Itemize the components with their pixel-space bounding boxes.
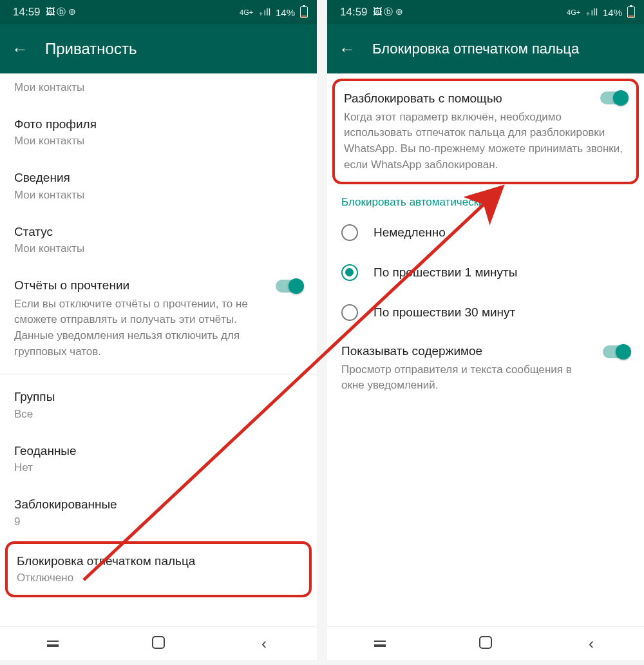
radio-after-30-min[interactable]: По прошествии 30 минут [327, 293, 644, 332]
setting-label: Показывать содержимое [341, 343, 592, 360]
setting-value: Мои контакты [14, 80, 303, 95]
status-bar: 14:59 🖼 ⓑ ⊚ 4G+ ₊ıll 14% [327, 0, 644, 24]
setting-description: Если вы отключите отчёты о прочтении, то… [14, 296, 265, 360]
setting-status[interactable]: Статус Мои контакты [0, 213, 317, 267]
setting-value: Мои контакты [14, 188, 303, 203]
status-notif-icons: 🖼 ⓑ ⊚ [373, 6, 404, 18]
nav-recents-button[interactable] [370, 638, 390, 650]
setting-label: Сведения [14, 169, 303, 186]
setting-label: Разблокировать с помощью [344, 90, 627, 107]
radio-after-1-min[interactable]: По прошествии 1 минуты [327, 253, 644, 293]
setting-read-receipts[interactable]: Отчёты о прочтении Если вы отключите отч… [0, 267, 317, 370]
nav-bar: ‹ [0, 626, 317, 660]
toggle-switch[interactable] [276, 280, 303, 293]
radio-icon[interactable] [341, 304, 358, 321]
status-battery-pct: 14% [603, 7, 622, 18]
highlight-fingerprint-row: Блокировка отпечатком пальца Отключено [5, 541, 312, 597]
toggle-switch[interactable] [600, 92, 627, 104]
setting-label: Отчёты о прочтении [14, 277, 265, 294]
setting-profile-photo[interactable]: Фото профиля Мои контакты [0, 106, 317, 159]
settings-list: Мои контакты Фото профиля Мои контакты С… [0, 73, 317, 626]
nav-recents-button[interactable] [43, 638, 62, 650]
setting-label: Геоданные [14, 443, 303, 459]
status-net-label: 4G+ [240, 8, 253, 16]
status-signal-icons: ₊ıll [585, 6, 598, 18]
setting-fingerprint-lock[interactable]: Блокировка отпечатком пальца Отключено [8, 544, 309, 595]
setting-label: Заблокированные [14, 496, 303, 513]
status-bar: 14:59 🖼 ⓑ ⊚ 4G+ ₊ıll 14% [0, 0, 317, 24]
screen-title: Блокировка отпечатком пальца [372, 41, 579, 57]
radio-icon[interactable] [341, 224, 358, 241]
highlight-unlock-row: Разблокировать с помощью Когда этот пара… [332, 79, 639, 184]
radio-label: По прошествии 1 минуты [374, 265, 517, 280]
setting-show-content[interactable]: Показывать содержимое Просмотр отправите… [327, 332, 644, 404]
radio-icon[interactable] [341, 264, 358, 281]
status-notif-icons: 🖼 ⓑ ⊚ [46, 6, 77, 18]
nav-back-button[interactable]: ‹ [582, 635, 601, 653]
status-net-label: 4G+ [567, 8, 580, 16]
radio-label: Немедленно [374, 226, 446, 240]
setting-value: Отключено [17, 570, 300, 586]
back-button[interactable]: ← [12, 41, 28, 57]
setting-label: Группы [14, 389, 303, 405]
radio-label: По прошествии 30 минут [374, 305, 515, 320]
nav-home-button[interactable] [149, 636, 168, 651]
toggle-switch[interactable] [603, 345, 630, 358]
app-bar: ← Блокировка отпечатком пальца [327, 24, 644, 73]
setting-label: Статус [14, 224, 303, 240]
setting-blocked[interactable]: Заблокированные 9 [0, 486, 317, 539]
status-signal-icons: ₊ıll [258, 6, 270, 18]
setting-value: Мои контакты [14, 241, 303, 256]
setting-label: Фото профиля [14, 116, 303, 133]
screen-title: Приватность [45, 40, 137, 58]
status-time: 14:59 [340, 6, 368, 19]
setting-unlock-with-fingerprint[interactable]: Разблокировать с помощью Когда этот пара… [335, 81, 636, 182]
app-bar: ← Приватность [0, 24, 317, 73]
setting-about[interactable]: Сведения Мои контакты [0, 159, 317, 213]
setting-live-location[interactable]: Геоданные Нет [0, 432, 317, 486]
nav-back-button[interactable]: ‹ [254, 635, 274, 653]
setting-groups[interactable]: Группы Все [0, 378, 317, 432]
setting-last-seen[interactable]: Мои контакты [0, 73, 317, 106]
setting-description: Просмотр отправителя и текста сообщения … [341, 362, 592, 394]
setting-value: Мои контакты [14, 133, 303, 149]
fingerprint-settings: Разблокировать с помощью Когда этот пара… [327, 73, 644, 626]
battery-icon [627, 6, 635, 18]
phone-left: 14:59 🖼 ⓑ ⊚ 4G+ ₊ıll 14% ← Приватность М… [0, 0, 317, 660]
nav-home-button[interactable] [476, 636, 495, 651]
setting-value: Все [14, 407, 303, 422]
status-time: 14:59 [13, 6, 41, 19]
status-battery-pct: 14% [276, 7, 295, 18]
section-autolock: Блокировать автоматически [327, 186, 644, 213]
radio-immediately[interactable]: Немедленно [327, 213, 644, 253]
divider [0, 374, 317, 374]
battery-icon [300, 6, 308, 18]
setting-value: 9 [14, 514, 303, 530]
nav-bar: ‹ [327, 626, 644, 660]
setting-value: Нет [14, 460, 303, 476]
phone-right: 14:59 🖼 ⓑ ⊚ 4G+ ₊ıll 14% ← Блокировка от… [327, 0, 644, 660]
setting-label: Блокировка отпечатком пальца [17, 553, 300, 570]
back-button[interactable]: ← [339, 41, 355, 57]
setting-description: Когда этот параметр включён, необходимо … [344, 110, 627, 173]
